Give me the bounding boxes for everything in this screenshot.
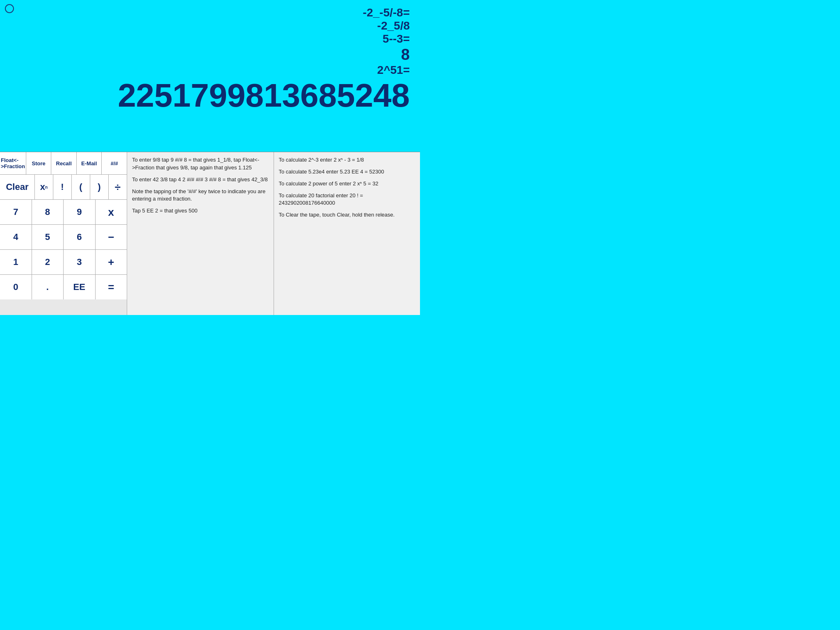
help-left-paragraph: Tap 5 EE 2 = that gives 500 — [132, 207, 269, 215]
help-left: To enter 9/8 tap 9 #/# 8 = that gives 1_… — [127, 152, 274, 315]
tape-line: 2^51= — [6, 64, 410, 77]
help-right: To calculate 2^-3 enter 2 xⁿ - 3 = 1/8To… — [274, 152, 420, 315]
tape: -2_-5/-8=-2_5/85--3=82^51=22517998136852… — [6, 4, 414, 114]
key-zero[interactable]: 0 — [0, 275, 32, 299]
key-two[interactable]: 2 — [32, 250, 64, 274]
tape-line: -2_5/8 — [6, 19, 410, 32]
help-right-paragraph: To calculate 2^-3 enter 2 xⁿ - 3 = 1/8 — [279, 156, 415, 164]
key-ee[interactable]: EE — [64, 275, 96, 299]
key-lparen[interactable]: ( — [72, 175, 90, 199]
key-clear[interactable]: Clear — [0, 175, 35, 199]
key-seven[interactable]: 7 — [0, 200, 32, 224]
bottom-section: Float<->FractionStoreRecallE-Mail#/#Clea… — [0, 152, 420, 315]
key-store[interactable]: Store — [26, 152, 52, 174]
key-float-fraction[interactable]: Float<->Fraction — [0, 152, 26, 174]
key-plus[interactable]: + — [96, 250, 127, 274]
key-fraction[interactable]: #/# — [102, 152, 127, 174]
tape-line: 2251799813685248 — [6, 77, 410, 114]
tape-line: 5--3= — [6, 32, 410, 46]
key-minus[interactable]: − — [96, 225, 127, 249]
help-left-paragraph: Note the tapping of the '#/#' key twice … — [132, 188, 269, 203]
key-multiply[interactable]: x — [96, 200, 127, 224]
help-left-paragraph: To enter 42 3/8 tap 4 2 #/# #/# 3 #/# 8 … — [132, 176, 269, 184]
tape-line: -2_-5/-8= — [6, 6, 410, 19]
help-right-paragraph: To Clear the tape, touch Clear, hold the… — [279, 211, 415, 219]
key-email[interactable]: E-Mail — [77, 152, 102, 174]
display-area: -2_-5/-8=-2_5/85--3=82^51=22517998136852… — [0, 0, 420, 152]
help-right-paragraph: To calculate 2 power of 5 enter 2 xⁿ 5 =… — [279, 180, 415, 188]
key-four[interactable]: 4 — [0, 225, 32, 249]
key-three[interactable]: 3 — [64, 250, 96, 274]
keypad: Float<->FractionStoreRecallE-Mail#/#Clea… — [0, 152, 127, 315]
key-power[interactable]: xn — [35, 175, 53, 199]
key-six[interactable]: 6 — [64, 225, 96, 249]
key-one[interactable]: 1 — [0, 250, 32, 274]
key-recall[interactable]: Recall — [51, 152, 77, 174]
key-divide[interactable]: ÷ — [109, 175, 127, 199]
key-rparen[interactable]: ) — [90, 175, 109, 199]
key-eight[interactable]: 8 — [32, 200, 64, 224]
info-icon[interactable] — [5, 4, 14, 13]
key-factorial[interactable]: ! — [53, 175, 72, 199]
key-five[interactable]: 5 — [32, 225, 64, 249]
help-left-paragraph: To enter 9/8 tap 9 #/# 8 = that gives 1_… — [132, 156, 269, 172]
key-nine[interactable]: 9 — [64, 200, 96, 224]
key-equals[interactable]: = — [96, 275, 127, 299]
tape-line: 8 — [6, 46, 410, 64]
help-right-paragraph: To calculate 5.23e4 enter 5.23 EE 4 = 52… — [279, 168, 415, 176]
key-decimal[interactable]: . — [32, 275, 64, 299]
help-right-paragraph: To calculate 20 factorial enter 20 ! = 2… — [279, 192, 415, 208]
